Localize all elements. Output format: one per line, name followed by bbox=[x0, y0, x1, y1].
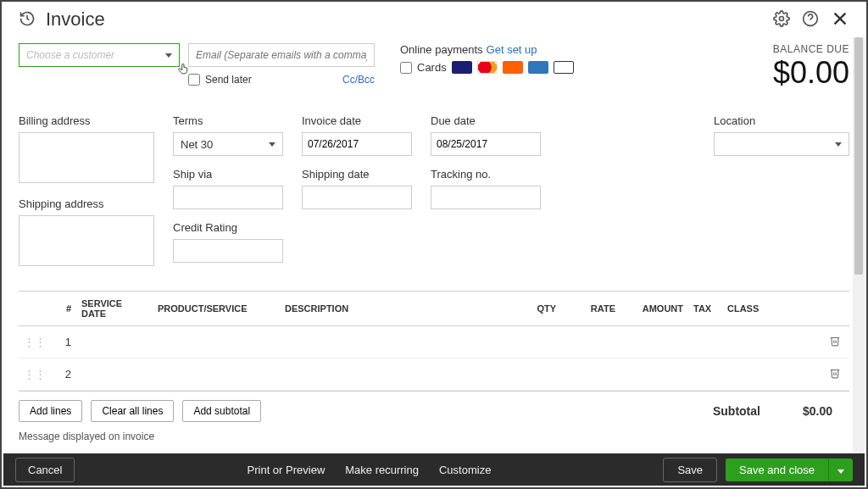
add-subtotal-button[interactable]: Add subtotal bbox=[182, 400, 261, 422]
save-and-close-dropdown[interactable] bbox=[828, 458, 853, 481]
scrollbar[interactable] bbox=[853, 37, 865, 453]
ship-via-label: Ship via bbox=[173, 168, 283, 181]
add-lines-button[interactable]: Add lines bbox=[19, 400, 82, 422]
tracking-no-label: Tracking no. bbox=[431, 168, 541, 181]
tracking-no-field[interactable] bbox=[431, 186, 541, 209]
help-icon[interactable] bbox=[802, 10, 819, 30]
mastercard-icon bbox=[477, 61, 498, 74]
credit-rating-field[interactable] bbox=[173, 239, 283, 263]
location-label: Location bbox=[714, 114, 849, 127]
subtotal-value: $0.00 bbox=[803, 404, 832, 418]
history-icon[interactable] bbox=[19, 10, 36, 30]
save-button[interactable]: Save bbox=[663, 458, 717, 482]
drag-handle-icon[interactable]: ⋮⋮ bbox=[19, 326, 51, 358]
cards-checkbox[interactable] bbox=[400, 62, 412, 74]
invoice-date-label: Invoice date bbox=[302, 114, 412, 127]
location-select[interactable] bbox=[714, 132, 849, 156]
billing-address-field[interactable] bbox=[19, 132, 154, 183]
drag-handle-icon[interactable]: ⋮⋮ bbox=[19, 358, 51, 391]
shipping-address-label: Shipping address bbox=[19, 197, 154, 210]
send-later-checkbox[interactable] bbox=[188, 74, 200, 86]
svg-point-0 bbox=[780, 16, 784, 20]
row-num: 1 bbox=[51, 326, 76, 358]
col-product-service: PRODUCT/SERVICE bbox=[153, 292, 280, 326]
message-label: Message displayed on invoice bbox=[19, 431, 849, 442]
balance-due-amount: $0.00 bbox=[773, 55, 849, 91]
get-set-up-link[interactable]: Get set up bbox=[487, 43, 537, 56]
send-later-label: Send later bbox=[205, 74, 252, 86]
delete-row-button[interactable] bbox=[824, 326, 849, 358]
col-qty: QTY bbox=[510, 292, 561, 326]
col-amount: AMOUNT bbox=[620, 292, 688, 326]
col-service-date: SERVICE DATE bbox=[76, 292, 153, 326]
col-rate: RATE bbox=[561, 292, 620, 326]
ship-via-field[interactable] bbox=[173, 186, 283, 209]
credit-rating-label: Credit Rating bbox=[173, 221, 283, 234]
print-preview-link[interactable]: Print or Preview bbox=[248, 464, 326, 476]
discover-icon bbox=[503, 61, 523, 74]
subtotal-label: Subtotal bbox=[713, 404, 760, 418]
chevron-down-icon bbox=[837, 470, 844, 474]
shipping-date-field[interactable] bbox=[302, 186, 412, 209]
chevron-down-icon bbox=[835, 142, 842, 147]
table-row[interactable]: ⋮⋮ 2 bbox=[19, 358, 849, 391]
cancel-button[interactable]: Cancel bbox=[15, 458, 75, 482]
settings-icon[interactable] bbox=[773, 10, 790, 30]
billing-address-label: Billing address bbox=[19, 114, 154, 127]
clear-all-lines-button[interactable]: Clear all lines bbox=[91, 400, 174, 422]
col-description: DESCRIPTION bbox=[280, 292, 510, 326]
chevron-down-icon bbox=[269, 142, 275, 147]
customer-placeholder: Choose a customer bbox=[26, 49, 165, 61]
table-row[interactable]: ⋮⋮ 1 bbox=[19, 326, 849, 358]
cards-label: Cards bbox=[417, 61, 447, 74]
ccbcc-link[interactable]: Cc/Bcc bbox=[342, 74, 375, 86]
terms-value: Net 30 bbox=[181, 138, 213, 151]
scroll-thumb[interactable] bbox=[854, 37, 863, 275]
col-class: CLASS bbox=[722, 292, 824, 326]
col-num: # bbox=[51, 292, 76, 326]
chevron-down-icon bbox=[165, 53, 172, 58]
customize-link[interactable]: Customize bbox=[439, 464, 491, 476]
shipping-address-field[interactable] bbox=[19, 215, 154, 266]
make-recurring-link[interactable]: Make recurring bbox=[345, 464, 419, 476]
terms-label: Terms bbox=[173, 114, 283, 127]
due-date-field[interactable] bbox=[431, 132, 541, 156]
close-icon[interactable] bbox=[831, 9, 849, 31]
row-num: 2 bbox=[51, 358, 76, 391]
col-tax: TAX bbox=[688, 292, 722, 326]
apple-pay-icon bbox=[554, 61, 574, 74]
shipping-date-label: Shipping date bbox=[302, 168, 412, 181]
save-and-close-button[interactable]: Save and close bbox=[726, 458, 828, 481]
invoice-date-field[interactable] bbox=[302, 132, 412, 156]
amex-icon bbox=[528, 61, 548, 74]
delete-row-button[interactable] bbox=[824, 358, 849, 391]
customer-select[interactable]: Choose a customer bbox=[19, 43, 180, 67]
terms-select[interactable]: Net 30 bbox=[173, 132, 283, 156]
visa-icon bbox=[452, 61, 472, 74]
balance-due-label: BALANCE DUE bbox=[773, 43, 849, 55]
page-title: Invoice bbox=[46, 8, 105, 31]
due-date-label: Due date bbox=[431, 114, 541, 127]
email-field[interactable] bbox=[188, 43, 375, 67]
online-payments-label: Online payments bbox=[400, 43, 483, 56]
